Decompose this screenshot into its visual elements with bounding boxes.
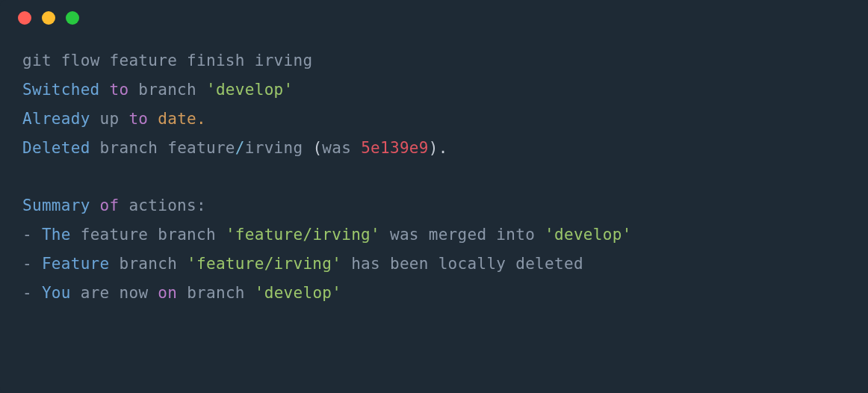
- terminal-line: - You are now on branch 'develop': [22, 279, 846, 308]
- terminal-window: git flow feature finish irving Switched …: [0, 0, 868, 393]
- output-token: Switched: [22, 81, 100, 99]
- close-icon[interactable]: [18, 11, 31, 25]
- output-token: branch: [100, 139, 158, 157]
- output-token: branch: [158, 226, 216, 244]
- output-token: 'develop': [206, 81, 294, 99]
- terminal-content: git flow feature finish irving Switched …: [0, 36, 868, 330]
- output-token: You: [42, 284, 71, 302]
- output-token: branch: [138, 81, 196, 99]
- output-token: (: [312, 139, 322, 157]
- output-token: up: [100, 110, 120, 128]
- output-token: branch: [187, 284, 245, 302]
- output-token: was: [390, 226, 419, 244]
- output-token: irving: [245, 139, 303, 157]
- terminal-line: Already up to date.: [22, 105, 846, 134]
- output-token: 'develop': [255, 284, 342, 302]
- output-token: was: [322, 139, 351, 157]
- output-token: -: [22, 255, 32, 273]
- output-token: on: [158, 284, 177, 302]
- terminal-line: - Feature branch 'feature/irving' has be…: [22, 250, 846, 279]
- output-token: 'feature/irving': [187, 255, 341, 273]
- output-token: to: [128, 110, 148, 128]
- output-token: Summary: [22, 196, 90, 214]
- output-token: now: [120, 284, 149, 302]
- output-token: deleted: [515, 255, 583, 273]
- output-token: feature: [81, 226, 149, 244]
- output-token: -: [22, 226, 32, 244]
- output-token: Already: [22, 110, 90, 128]
- terminal-line: git flow feature finish irving: [22, 46, 846, 75]
- output-token: has: [351, 255, 380, 273]
- output-token: 'feature/irving': [226, 226, 380, 244]
- output-token: /: [235, 139, 245, 157]
- output-token: locally: [438, 255, 506, 273]
- output-token: feature: [167, 139, 235, 157]
- output-token: merged: [429, 226, 487, 244]
- command-token: flow: [61, 52, 100, 69]
- output-token: Deleted: [22, 139, 90, 157]
- output-token: date.: [158, 110, 206, 128]
- command-token: finish: [187, 52, 245, 69]
- maximize-icon[interactable]: [66, 11, 79, 25]
- output-token: 'develop': [545, 226, 632, 244]
- terminal-line: Deleted branch feature/irving (was 5e139…: [22, 134, 846, 163]
- output-token: Feature: [42, 255, 110, 273]
- output-token: 5e139e9: [361, 139, 429, 157]
- command-token: feature: [110, 52, 178, 69]
- terminal-line: Switched to branch 'develop': [22, 75, 846, 105]
- output-token: The: [42, 226, 71, 244]
- command-token: git: [22, 52, 52, 69]
- command-token: irving: [255, 52, 313, 69]
- output-token: branch: [119, 255, 177, 273]
- output-token: actions:: [128, 196, 206, 214]
- terminal-line: Summary of actions:: [22, 191, 846, 220]
- minimize-icon[interactable]: [42, 11, 55, 25]
- output-token: to: [110, 81, 129, 99]
- output-token: -: [22, 284, 32, 302]
- output-token: into: [496, 226, 535, 244]
- output-token: ): [429, 139, 438, 157]
- window-titlebar: [0, 0, 868, 36]
- output-token: of: [100, 196, 120, 214]
- terminal-line: - The feature branch 'feature/irving' wa…: [22, 220, 846, 250]
- output-token: been: [390, 255, 429, 273]
- output-token: .: [438, 139, 448, 157]
- blank-line: [22, 162, 846, 191]
- output-token: are: [81, 284, 110, 302]
